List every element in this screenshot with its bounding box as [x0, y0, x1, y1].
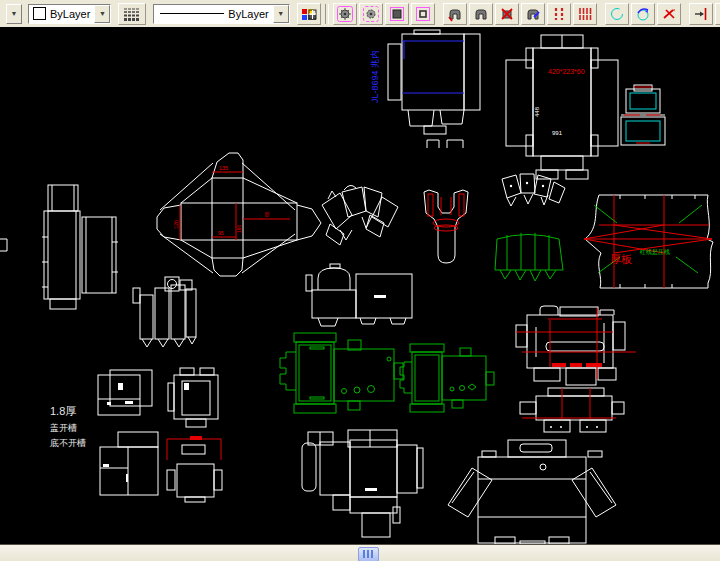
toolbar: ▼ ByLayer ▼ ByLayer ▼ [0, 0, 720, 28]
punch-square-icon [389, 6, 405, 22]
dim-160-label: 160 [236, 224, 242, 233]
die-cut-jar[interactable] [306, 264, 412, 326]
die-cut-left-edge-fragment[interactable] [0, 239, 7, 251]
color-swatch [33, 7, 46, 20]
tool-button-12[interactable] [631, 3, 655, 25]
tool-button-5[interactable] [443, 3, 467, 25]
part-code-label: JL-8694 兆内 [370, 50, 380, 103]
color-swatches-icon [301, 6, 317, 22]
dim-120-label: 120 [173, 220, 179, 229]
chevron-down-icon: ▼ [11, 10, 18, 17]
linetype-control-combo[interactable]: ByLayer ▼ [153, 4, 289, 24]
lineweight-icon [123, 6, 141, 22]
box-size-label: 420*223*60 [548, 68, 585, 75]
dim-448-label: 448 [534, 106, 540, 117]
spec-note-text: 1.8厚 盖开槽 底不开槽 [50, 405, 86, 448]
die-cut-y-wrap[interactable] [424, 190, 468, 263]
die-cut-green-b[interactable] [400, 344, 494, 412]
gear-icon [337, 6, 353, 22]
tool-button-4[interactable] [411, 3, 435, 25]
dim-135-label: 135 [219, 165, 228, 171]
tool-button-2[interactable] [359, 3, 383, 25]
spec-line-3: 底不开槽 [50, 438, 86, 448]
style-button[interactable] [297, 3, 321, 25]
bridge-multi-icon [577, 6, 593, 22]
bridge-dashed-icon [551, 6, 567, 22]
channel-icon [473, 6, 489, 22]
delete-x-icon [499, 6, 515, 22]
die-cut-small-box-2[interactable] [168, 368, 218, 427]
tool-button-3[interactable] [385, 3, 409, 25]
die-cut-top-center-box[interactable] [388, 30, 480, 148]
die-cut-small-red-white[interactable] [520, 388, 624, 432]
tool-button-14[interactable] [689, 3, 713, 25]
drawing-canvas[interactable]: JL-8694 兆内 420*223*60 448 991 [0, 27, 720, 544]
tool-button-9[interactable] [547, 3, 571, 25]
channel-blue-edit-icon [525, 6, 541, 22]
spec-line-1: 1.8厚 [50, 405, 76, 417]
die-cut-red-bracket-box[interactable] [167, 436, 222, 502]
tool-button-8[interactable] [521, 3, 545, 25]
tool-button-11[interactable] [605, 3, 629, 25]
color-control-combo[interactable]: ByLayer ▼ [28, 4, 111, 24]
chevron-down-icon[interactable]: ▼ [94, 5, 110, 23]
cyan-circle-icon [609, 6, 625, 22]
dim-95-label: 95 [218, 230, 224, 236]
cyan-rotate-arrow-icon [635, 6, 651, 22]
die-cut-green-skirt[interactable] [495, 233, 563, 281]
punch-square-small-icon [415, 6, 431, 22]
gear-dashed-icon [363, 6, 379, 22]
die-cut-cup-wrap-fan[interactable] [322, 185, 398, 245]
tool-button-15[interactable] [715, 3, 720, 25]
dim-95b-label: 95 [264, 211, 270, 217]
arrow-to-edge-icon [693, 6, 709, 22]
die-cut-winged-tray[interactable] [448, 440, 616, 544]
die-cut-bottom-center-box[interactable] [302, 430, 423, 537]
die-cut-complex-red-white[interactable] [516, 306, 636, 385]
crease-note-label: 红线是压线 [639, 248, 670, 256]
die-cut-small-box-1[interactable] [98, 370, 152, 415]
die-cut-board-with-notes[interactable]: 厚板 红线是压线 [584, 195, 713, 288]
tool-button-6[interactable] [469, 3, 493, 25]
die-cut-diamond-envelope[interactable]: 135 120 95 160 95 [157, 153, 321, 276]
red-cut-icon [661, 6, 677, 22]
lineweight-button[interactable] [118, 3, 146, 25]
tool-button-1[interactable] [333, 3, 357, 25]
spec-line-2: 盖开槽 [50, 423, 77, 433]
partial-combo-dropdown[interactable]: ▼ [6, 4, 22, 24]
linetype-control-value: ByLayer [224, 8, 272, 20]
die-cut-top-right-box[interactable]: 420*223*60 448 991 [506, 35, 618, 179]
bottom-scroll-bar[interactable] [0, 544, 720, 561]
die-cut-accordion-carton[interactable] [133, 277, 196, 347]
die-cut-green-a[interactable] [280, 333, 403, 413]
toolbar-separator [325, 4, 329, 24]
chevron-down-icon[interactable]: ▼ [273, 5, 289, 23]
tool-button-7[interactable] [495, 3, 519, 25]
linetype-preview-line [160, 13, 224, 14]
die-cut-bottle-small[interactable] [621, 85, 665, 145]
channel-red-tick-icon [447, 6, 463, 22]
scroll-grip-icon[interactable] [358, 547, 379, 561]
die-cut-left-panel-box[interactable] [42, 185, 118, 309]
color-control-value: ByLayer [46, 8, 94, 20]
die-cut-small-box-3[interactable] [100, 432, 158, 495]
thick-board-label: 厚板 [610, 253, 632, 265]
tool-button-10[interactable] [573, 3, 597, 25]
dim-991-label: 991 [552, 130, 563, 136]
tool-button-13[interactable] [657, 3, 681, 25]
